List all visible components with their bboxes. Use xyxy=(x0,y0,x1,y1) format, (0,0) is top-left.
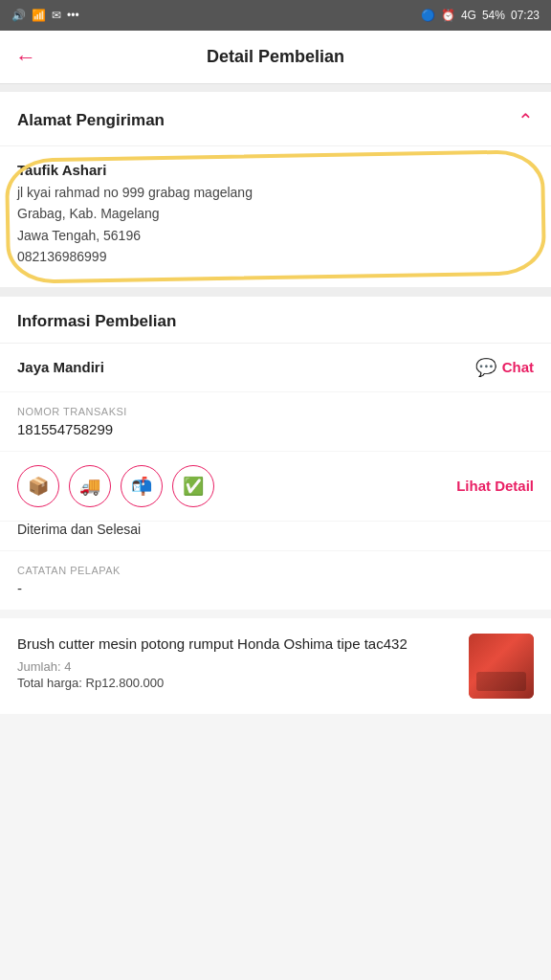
status-bar: 🔊 📶 ✉ ••• 🔵 ⏰ 4G 54% 07:23 xyxy=(0,0,551,31)
shop-name: Jaya Mandiri xyxy=(17,359,104,375)
check-icon: ✅ xyxy=(183,476,204,497)
status-text: Diterima dan Selesai xyxy=(0,522,551,551)
transaction-label: NOMOR TRANSAKSI xyxy=(17,406,534,417)
chat-label: Chat xyxy=(502,359,534,375)
status-left: 🔊 📶 ✉ ••• xyxy=(11,9,79,22)
more-icon: ••• xyxy=(67,9,79,22)
address-line-1: jl kyai rahmad no 999 grabag magelang xyxy=(17,182,534,203)
chevron-up-icon[interactable]: ⌃ xyxy=(518,109,534,132)
status-icons-row: 📦 🚚 📬 ✅ Lihat Detail xyxy=(0,452,551,522)
product-name: Brush cutter mesin potong rumput Honda O… xyxy=(17,634,457,654)
network-icon: 4G xyxy=(461,9,476,22)
status-icon-group: 📦 🚚 📬 ✅ xyxy=(17,465,214,507)
catatan-value: - xyxy=(17,580,534,596)
address-line-2: Grabag, Kab. Magelang xyxy=(17,203,534,224)
battery-text: 54% xyxy=(482,9,505,22)
product-quantity: Jumlah: 4 xyxy=(17,659,457,674)
status-icon-3: 📬 xyxy=(121,465,163,507)
transaction-value: 181554758299 xyxy=(17,421,534,437)
speaker-icon: 🔊 xyxy=(11,9,26,22)
chat-button[interactable]: 💬 Chat xyxy=(475,357,534,378)
product-price: Total harga: Rp12.800.000 xyxy=(17,676,457,690)
transaction-row: NOMOR TRANSAKSI 181554758299 xyxy=(0,392,551,452)
page-header: ← Detail Pembelian xyxy=(0,31,551,84)
time-display: 07:23 xyxy=(511,9,540,22)
recipient-phone: 082136986999 xyxy=(17,246,534,267)
address-card: Taufik Ashari jl kyai rahmad no 999 grab… xyxy=(0,145,551,287)
info-section: Informasi Pembelian Jaya Mandiri 💬 Chat … xyxy=(0,297,551,611)
shop-row: Jaya Mandiri 💬 Chat xyxy=(0,344,551,392)
catatan-row: CATATAN PELAPAK - xyxy=(0,551,551,611)
address-line-3: Jawa Tengah, 56196 xyxy=(17,225,534,246)
lihat-detail-button[interactable]: Lihat Detail xyxy=(456,478,534,494)
bluetooth-icon: 🔵 xyxy=(421,9,435,22)
recipient-name: Taufik Ashari xyxy=(17,162,534,178)
info-section-title: Informasi Pembelian xyxy=(0,297,551,344)
mid-divider xyxy=(0,287,551,297)
alamat-section: Alamat Pengiriman ⌃ Taufik Ashari jl kya… xyxy=(0,92,551,287)
top-divider xyxy=(0,84,551,92)
package-icon: 📦 xyxy=(28,476,49,497)
status-icon-1: 📦 xyxy=(17,465,59,507)
product-info: Brush cutter mesin potong rumput Honda O… xyxy=(17,634,457,690)
mail-icon: ✉ xyxy=(52,9,61,22)
truck-icon: 🚚 xyxy=(79,476,100,497)
alamat-section-title: Alamat Pengiriman xyxy=(17,111,165,130)
signal-icon: 📶 xyxy=(32,9,46,22)
catatan-label: CATATAN PELAPAK xyxy=(17,565,534,576)
product-row: Brush cutter mesin potong rumput Honda O… xyxy=(0,618,551,714)
status-right: 🔵 ⏰ 4G 54% 07:23 xyxy=(421,9,540,22)
box-icon: 📬 xyxy=(131,476,152,497)
product-image-inner xyxy=(469,634,534,699)
chat-bubble-icon: 💬 xyxy=(475,357,496,378)
page-title: Detail Pembelian xyxy=(207,47,344,67)
back-button[interactable]: ← xyxy=(15,45,36,70)
product-image xyxy=(469,634,534,699)
status-icon-2: 🚚 xyxy=(69,465,111,507)
alamat-header-row: Alamat Pengiriman ⌃ xyxy=(0,92,551,145)
status-icon-4: ✅ xyxy=(172,465,214,507)
alarm-icon: ⏰ xyxy=(441,9,455,22)
